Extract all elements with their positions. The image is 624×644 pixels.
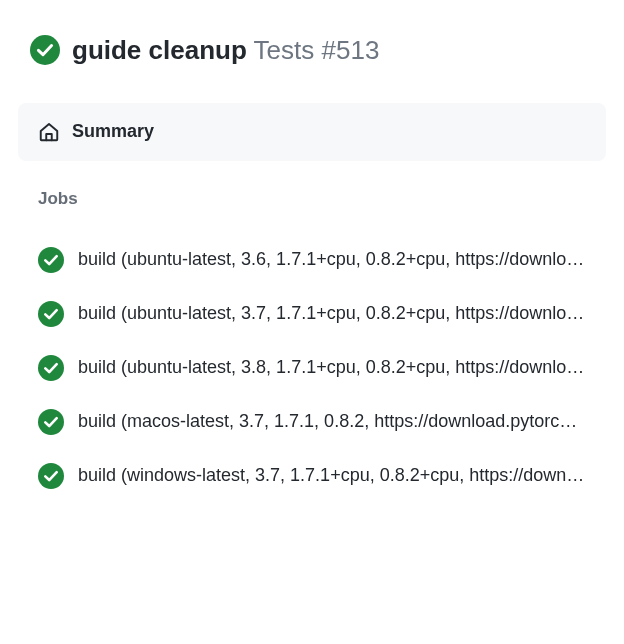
job-item[interactable]: build (ubuntu-latest, 3.8, 1.7.1+cpu, 0.… bbox=[18, 341, 606, 395]
status-success-icon bbox=[38, 463, 64, 489]
svg-point-0 bbox=[30, 35, 60, 65]
status-success-icon bbox=[38, 409, 64, 435]
job-label: build (ubuntu-latest, 3.6, 1.7.1+cpu, 0.… bbox=[78, 248, 586, 271]
job-item[interactable]: build (windows-latest, 3.7, 1.7.1+cpu, 0… bbox=[18, 449, 606, 503]
svg-point-1 bbox=[38, 247, 64, 273]
svg-point-3 bbox=[38, 355, 64, 381]
svg-point-2 bbox=[38, 301, 64, 327]
run-number: #513 bbox=[322, 35, 380, 65]
job-label: build (macos-latest, 3.7, 1.7.1, 0.8.2, … bbox=[78, 410, 586, 433]
page-title: guide cleanup Tests #513 bbox=[18, 34, 606, 67]
job-item[interactable]: build (ubuntu-latest, 3.7, 1.7.1+cpu, 0.… bbox=[18, 287, 606, 341]
jobs-heading: Jobs bbox=[18, 189, 606, 209]
workflow-title: guide cleanup bbox=[72, 35, 247, 65]
job-label: build (windows-latest, 3.7, 1.7.1+cpu, 0… bbox=[78, 464, 586, 487]
page-title-text[interactable]: guide cleanup Tests #513 bbox=[72, 34, 379, 67]
status-success-icon bbox=[38, 247, 64, 273]
svg-point-4 bbox=[38, 409, 64, 435]
job-item[interactable]: build (macos-latest, 3.7, 1.7.1, 0.8.2, … bbox=[18, 395, 606, 449]
workflow-name: Tests bbox=[254, 35, 315, 65]
job-label: build (ubuntu-latest, 3.7, 1.7.1+cpu, 0.… bbox=[78, 302, 586, 325]
svg-point-5 bbox=[38, 463, 64, 489]
summary-label: Summary bbox=[72, 121, 154, 142]
status-success-icon bbox=[30, 35, 60, 65]
status-success-icon bbox=[38, 301, 64, 327]
sidebar-panel: Summary Jobs build (ubuntu-latest, 3.6, … bbox=[18, 103, 606, 503]
summary-link[interactable]: Summary bbox=[18, 103, 606, 161]
job-label: build (ubuntu-latest, 3.8, 1.7.1+cpu, 0.… bbox=[78, 356, 586, 379]
home-icon bbox=[38, 121, 60, 143]
job-item[interactable]: build (ubuntu-latest, 3.6, 1.7.1+cpu, 0.… bbox=[18, 233, 606, 287]
job-list: build (ubuntu-latest, 3.6, 1.7.1+cpu, 0.… bbox=[18, 233, 606, 503]
status-success-icon bbox=[38, 355, 64, 381]
